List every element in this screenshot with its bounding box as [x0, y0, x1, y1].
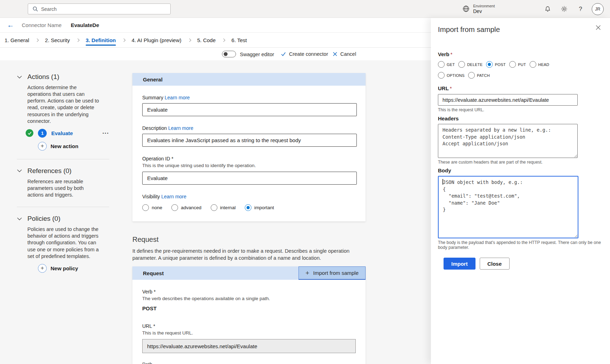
- verb-value: POST: [142, 305, 356, 311]
- chevron-down-icon: [17, 168, 22, 173]
- create-connector-button[interactable]: Create connector: [281, 51, 328, 57]
- verb-option-delete[interactable]: DELETE: [458, 61, 483, 68]
- toggle-knob: [224, 52, 228, 56]
- settings-button[interactable]: [559, 4, 569, 14]
- policies-section-header[interactable]: Policies (0): [12, 215, 109, 223]
- verb-option-get[interactable]: GET: [438, 61, 455, 68]
- verb-option-post[interactable]: POST: [486, 61, 506, 68]
- divider: [17, 159, 109, 159]
- search-box[interactable]: [28, 4, 171, 14]
- visibility-learn-more-link[interactable]: Learn more: [161, 194, 186, 199]
- definition-content: Actions (1) Actions determine the operat…: [0, 60, 431, 364]
- visibility-option-none[interactable]: none: [142, 204, 162, 211]
- tab-ai-plugin[interactable]: 4. AI Plugin (preview): [132, 33, 182, 47]
- import-button[interactable]: Import: [444, 258, 475, 270]
- environment-label: Environment: [473, 4, 495, 8]
- visibility-option-internal[interactable]: internal: [211, 204, 236, 211]
- general-card-title: General: [143, 77, 163, 82]
- radio-icon: [530, 61, 536, 68]
- sidebar-section-actions: Actions (1) Actions determine the operat…: [12, 73, 109, 151]
- search-icon: [33, 6, 38, 12]
- radio-selected-icon: [486, 61, 493, 68]
- policies-section-description: Policies are used to change the behavior…: [27, 226, 109, 260]
- verb-option-head[interactable]: HEAD: [530, 61, 549, 68]
- tab-security[interactable]: 2. Security: [45, 33, 70, 47]
- references-section-title: References (0): [27, 167, 72, 175]
- environment-name: Dev: [473, 8, 495, 14]
- close-button[interactable]: Close: [480, 258, 510, 270]
- environment-text: Environment Dev: [473, 4, 495, 14]
- required-mark: *: [451, 51, 453, 57]
- actions-section-header[interactable]: Actions (1): [12, 73, 109, 81]
- request-card-header: Request + Import from sample: [132, 266, 366, 280]
- description-input[interactable]: [142, 134, 357, 147]
- url-field: URL * This is the request URL.: [142, 323, 356, 353]
- verb-option-put[interactable]: PUT: [509, 61, 526, 68]
- sidebar-section-references: References (0) References are reusable p…: [12, 167, 109, 198]
- swagger-editor-toggle[interactable]: [222, 51, 236, 58]
- summary-learn-more-link[interactable]: Learn more: [165, 95, 190, 100]
- back-button[interactable]: ←: [7, 21, 16, 29]
- success-check-icon: [26, 129, 33, 137]
- avatar[interactable]: JR: [592, 3, 604, 15]
- close-icon: [596, 25, 601, 30]
- visibility-radio-group: none advanced internal: [142, 204, 357, 211]
- panel-verb-label: Verb*: [438, 51, 610, 57]
- new-policy-button[interactable]: + New policy: [38, 264, 78, 273]
- help-button[interactable]: ?: [575, 4, 586, 14]
- tab-definition[interactable]: 3. Definition: [86, 33, 116, 47]
- definition-form: General Summary Learn more De: [132, 73, 366, 364]
- verb-option-options[interactable]: OPTIONS: [438, 72, 465, 79]
- request-heading: Request: [132, 236, 366, 244]
- actions-section-description: Actions determine the operations that us…: [27, 84, 109, 125]
- chevron-right-icon: [222, 38, 225, 42]
- radio-icon: [509, 61, 516, 68]
- x-icon: [333, 52, 337, 56]
- operation-id-label: Operation ID *: [142, 156, 357, 161]
- action-number-badge: 1: [38, 129, 47, 138]
- panel-headers-help: These are custom headers that are part o…: [438, 160, 610, 165]
- swagger-editor-toggle-group: Swagger editor: [222, 51, 274, 58]
- tab-general[interactable]: 1. General: [5, 33, 29, 47]
- gear-icon: [561, 6, 568, 12]
- tab-test[interactable]: 6. Test: [231, 33, 247, 47]
- breadcrumb: ← Connector Name EvaulateDe: [0, 18, 431, 33]
- action-item-evaluate[interactable]: 1 Evaluate •••: [26, 129, 109, 138]
- action-item-label: Evaluate: [51, 130, 98, 136]
- bell-icon: [544, 6, 551, 12]
- definition-sidebar: Actions (1) Actions determine the operat…: [12, 73, 109, 273]
- operation-id-field: Operation ID * This is the unique string…: [142, 156, 357, 185]
- general-card-header: General: [132, 73, 366, 86]
- actions-section-title: Actions (1): [27, 73, 59, 81]
- create-connector-label: Create connector: [289, 51, 328, 57]
- summary-input[interactable]: [142, 103, 357, 116]
- panel-url-input[interactable]: [438, 94, 578, 106]
- notifications-button[interactable]: [542, 4, 553, 14]
- visibility-option-advanced[interactable]: advanced: [171, 204, 202, 211]
- more-options-button[interactable]: •••: [103, 131, 109, 135]
- panel-verb-radio-group: GET DELETE POST PUT HEAD OPTIONS: [438, 61, 578, 79]
- panel-body-textarea[interactable]: [438, 176, 578, 238]
- references-section-header[interactable]: References (0): [12, 167, 109, 175]
- panel-headers-textarea[interactable]: [438, 124, 578, 158]
- verb-option-patch[interactable]: PATCH: [468, 72, 490, 79]
- operation-id-input[interactable]: [142, 172, 357, 185]
- url-help: This is the request URL.: [142, 330, 356, 336]
- request-card-title: Request: [143, 270, 164, 276]
- panel-buttons: Import Close: [444, 258, 610, 270]
- close-panel-button[interactable]: [596, 25, 601, 30]
- visibility-option-important[interactable]: important: [245, 204, 274, 211]
- cancel-button[interactable]: Cancel: [333, 51, 356, 57]
- chevron-right-icon: [122, 38, 125, 42]
- new-policy-label: New policy: [51, 265, 78, 271]
- environment-picker[interactable]: Environment Dev: [463, 4, 495, 14]
- tab-code[interactable]: 5. Code: [197, 33, 216, 47]
- import-from-sample-button[interactable]: + Import from sample: [299, 266, 366, 280]
- description-field: Description Learn more: [142, 125, 357, 147]
- chevron-right-icon: [76, 38, 79, 42]
- description-learn-more-link[interactable]: Learn more: [168, 125, 194, 131]
- new-action-button[interactable]: + New action: [38, 142, 78, 151]
- visibility-label: Visibility Learn more: [142, 194, 357, 199]
- request-url-input: [142, 339, 356, 353]
- search-input[interactable]: [41, 6, 170, 12]
